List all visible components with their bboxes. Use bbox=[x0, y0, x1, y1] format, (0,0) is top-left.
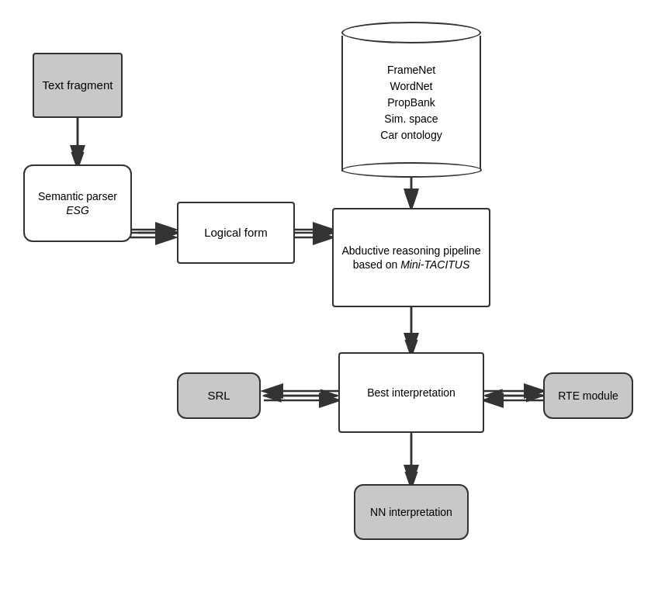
database-label: FrameNetWordNetPropBankSim. spaceCar ont… bbox=[372, 62, 449, 144]
text-fragment-label: Text fragment bbox=[43, 78, 113, 93]
nn-interpretation-label: NN interpretation bbox=[370, 505, 452, 519]
database-cylinder: FrameNetWordNetPropBankSim. spaceCar ont… bbox=[341, 22, 481, 171]
semantic-parser-box: Semantic parserESG bbox=[23, 164, 132, 242]
semantic-parser-label: Semantic parserESG bbox=[38, 189, 117, 217]
srl-label: SRL bbox=[207, 388, 230, 403]
diagram: Text fragment Semantic parserESG Logical… bbox=[0, 0, 672, 616]
text-fragment-box: Text fragment bbox=[33, 53, 123, 118]
best-interpretation-label: Best interpretation bbox=[367, 386, 456, 400]
logical-form-label: Logical form bbox=[204, 225, 268, 241]
abductive-label: Abductive reasoning pipelinebased on Min… bbox=[341, 244, 480, 272]
abductive-box: Abductive reasoning pipelinebased on Min… bbox=[332, 208, 490, 307]
nn-interpretation-box: NN interpretation bbox=[354, 484, 469, 540]
logical-form-box: Logical form bbox=[177, 202, 295, 264]
srl-box: SRL bbox=[177, 372, 261, 419]
rte-module-label: RTE module bbox=[558, 389, 618, 403]
best-interpretation-box: Best interpretation bbox=[338, 352, 484, 433]
rte-module-box: RTE module bbox=[543, 372, 633, 419]
